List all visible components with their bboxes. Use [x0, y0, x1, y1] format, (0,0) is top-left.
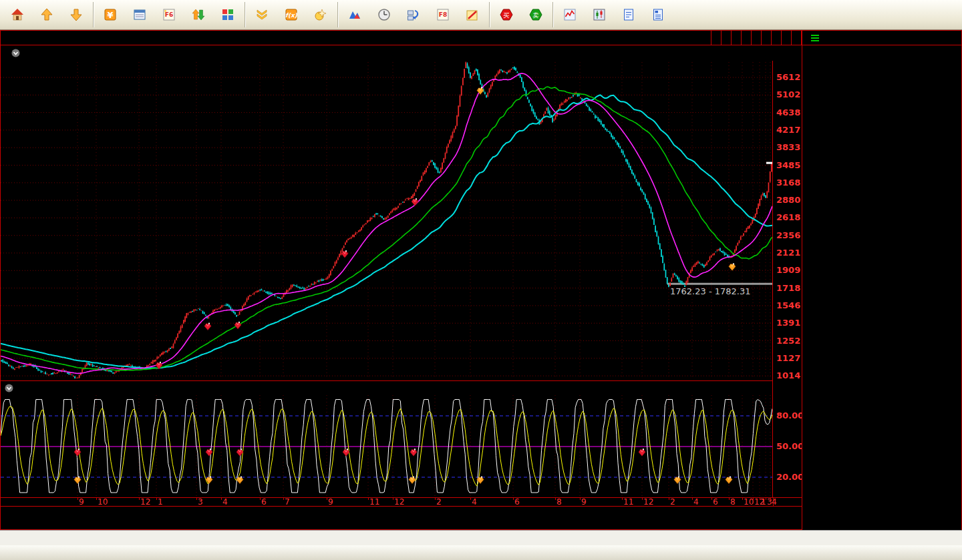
menu-icon[interactable] [811, 31, 819, 44]
timeline-month-label: 6 [713, 498, 718, 507]
price-axis-label: 1546 [776, 300, 802, 310]
k-line [1, 400, 772, 493]
sectors-icon [221, 8, 234, 21]
timeline-month-label: 9 [581, 498, 587, 507]
main-chart-header [1, 45, 806, 61]
timeline-tick [139, 498, 140, 500]
timeline-tick [393, 498, 393, 500]
download-icon [255, 8, 269, 21]
toolbar-button-draw-line[interactable] [458, 1, 487, 29]
chart-action-5[interactable] [751, 31, 761, 45]
toolbar-button-buy[interactable]: 买 [492, 1, 521, 29]
toolbar-button-download[interactable] [247, 1, 277, 29]
toolbar-button-stock-pick[interactable] [306, 1, 335, 29]
red-gem-icon [412, 198, 418, 206]
price-axis-label: 1014 [776, 370, 802, 380]
timeline-tick [729, 498, 730, 500]
svg-text:f(x): f(x) [285, 12, 298, 19]
orange-gem-icon [729, 263, 736, 270]
page-down-icon [69, 8, 83, 21]
chart-action-9[interactable] [791, 31, 801, 45]
main-toolbar: ¥F6f(x)F8买卖 [0, 0, 962, 30]
time-axis: 91012134679111224689111224681012134 [1, 497, 802, 507]
price-axis-label: 2618 [776, 212, 802, 222]
timeline-tick [368, 498, 369, 500]
timeline-month-label: 6 [261, 498, 267, 507]
toolbar-separator [245, 2, 245, 27]
toolbar-button-news[interactable] [643, 1, 673, 29]
expand-tabs [1, 519, 802, 530]
price-axis-label: 2880 [776, 195, 802, 205]
ma20-line [1, 73, 772, 374]
chart-action-bar [711, 31, 801, 45]
watchlist-f6-icon: F6 [162, 8, 176, 21]
quote-icon: ¥ [104, 8, 117, 21]
timeline-tick [642, 498, 643, 500]
news-ticker [0, 530, 962, 545]
quote-panel-header [802, 30, 962, 45]
kd-indicator-chart[interactable] [1, 395, 772, 497]
chart-action-7[interactable] [771, 31, 781, 45]
period-indicator-box[interactable] [773, 498, 802, 506]
toolbar-button-page-down[interactable] [61, 1, 91, 29]
toolbar-button-sectors[interactable] [213, 1, 243, 29]
chart-action-3[interactable] [731, 31, 741, 45]
adjust-icon [407, 8, 420, 21]
timeline-tick [760, 498, 760, 500]
toolbar-button-adjust[interactable] [399, 1, 428, 29]
collapse-icon[interactable] [11, 49, 20, 57]
chart-action-1[interactable] [711, 31, 721, 45]
timeline-month-label: 4 [472, 498, 477, 507]
timeline-tick [513, 498, 514, 500]
timeline-tick [753, 498, 754, 500]
red-gem-icon [639, 449, 645, 456]
toolbar-button-home[interactable] [3, 1, 32, 29]
quote-panel [802, 45, 962, 530]
home-icon [11, 8, 24, 21]
news-icon [651, 8, 665, 21]
toolbar-button-watchlist-f6[interactable]: F6 [154, 1, 184, 29]
timeline-month-label: 4 [772, 498, 777, 507]
main-kline-chart[interactable]: 1762.23 - 1782.31 [1, 61, 772, 380]
red-gem-icon [343, 449, 349, 456]
timeline-tick [260, 498, 261, 500]
last-price-tick [766, 162, 772, 164]
toolbar-button-report[interactable] [125, 1, 154, 29]
toolbar-button-period-f8[interactable]: F8 [428, 1, 458, 29]
collapse-icon[interactable] [5, 384, 13, 392]
chart-area: 1762.23 - 1782.31 5612510246384217383334… [0, 45, 802, 530]
f10-icon [622, 8, 635, 21]
timeline-month-label: 9 [328, 498, 333, 507]
toolbar-button-intraday[interactable] [555, 1, 585, 29]
svg-text:卖: 卖 [533, 11, 539, 18]
toolbar-button-kline[interactable] [585, 1, 614, 29]
toolbar-button-page-up[interactable] [32, 1, 61, 29]
timeline-tick [96, 498, 97, 500]
kd-axis-label: 50.00 [776, 441, 802, 451]
toolbar-button-multi-stock[interactable] [340, 1, 369, 29]
multi-stock-icon [348, 8, 361, 21]
timeline-tick [770, 498, 771, 500]
price-axis-label: 5612 [776, 72, 802, 82]
price-axis-label: 2356 [776, 230, 802, 240]
chart-action-8[interactable] [781, 31, 791, 45]
toolbar-button-rank[interactable] [184, 1, 213, 29]
chart-action-4[interactable] [741, 31, 751, 45]
kd-panel-header [1, 380, 772, 395]
price-axis-label: 1127 [776, 353, 802, 363]
toolbar-button-multi-day[interactable] [369, 1, 399, 29]
toolbar-button-f10[interactable] [614, 1, 643, 29]
chart-action-2[interactable] [721, 31, 731, 45]
price-axis-label: 2121 [776, 248, 802, 258]
toolbar-button-formula[interactable]: f(x) [277, 1, 306, 29]
kline-icon [593, 8, 606, 21]
timeline-month-label: 2 [436, 498, 442, 507]
chart-action-6[interactable] [761, 31, 771, 45]
toolbar-button-quote[interactable]: ¥ [96, 1, 125, 29]
toolbar-button-sell[interactable]: 卖 [521, 1, 550, 29]
price-axis-label: 3833 [776, 142, 802, 152]
red-gem-icon [410, 449, 417, 456]
toolbar-separator [93, 2, 94, 27]
price-axis-label: 3168 [776, 178, 802, 188]
multi-day-icon [377, 8, 391, 21]
